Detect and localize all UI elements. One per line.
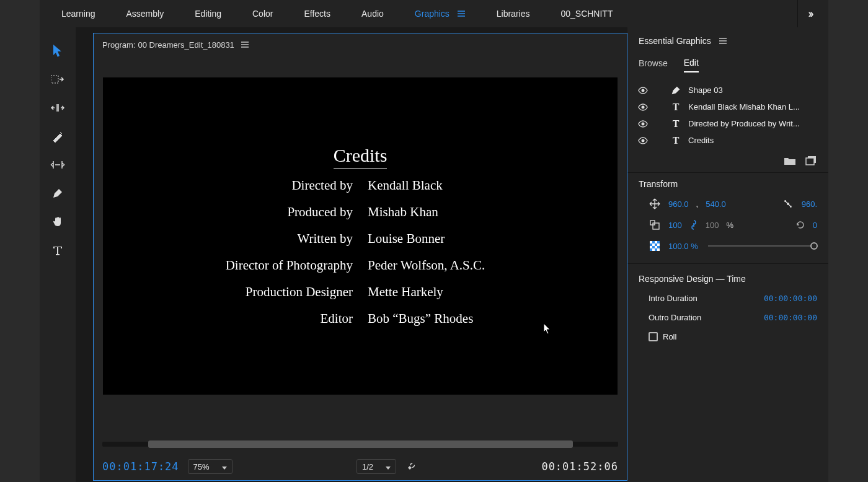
workspace-tab-effects[interactable]: Effects bbox=[288, 0, 346, 27]
program-panel-header: Program: 00 Dreamers_Edit_180831 bbox=[94, 33, 627, 56]
selection-tool[interactable] bbox=[48, 42, 67, 59]
visibility-eye-icon[interactable] bbox=[637, 135, 649, 146]
settings-wrench-icon[interactable] bbox=[405, 460, 417, 473]
eg-tab-browse[interactable]: Browse bbox=[639, 58, 668, 72]
layer-row-text[interactable]: T Directed by Produced by Writ... bbox=[634, 115, 822, 132]
workspace-tab-audio[interactable]: Audio bbox=[346, 0, 399, 27]
roll-checkbox[interactable] bbox=[649, 332, 658, 341]
outro-duration-value[interactable]: 00:00:00:00 bbox=[764, 313, 817, 322]
duration-timecode[interactable]: 00:01:52:06 bbox=[541, 460, 618, 473]
credit-role: Produced by bbox=[167, 204, 353, 220]
essential-graphics-panel: Essential Graphics Browse Edit Shape 03 … bbox=[627, 27, 828, 482]
svg-rect-18 bbox=[657, 248, 660, 251]
credit-row: Editor Bob “Bugs” Rhodes bbox=[167, 311, 554, 326]
opacity-row: 100.0 % bbox=[639, 240, 817, 252]
scale-width[interactable]: 100 bbox=[668, 221, 682, 230]
scrub-thumb[interactable] bbox=[148, 440, 573, 448]
layer-label: Shape 03 bbox=[688, 85, 818, 95]
panel-menu-icon[interactable] bbox=[719, 37, 727, 45]
program-monitor-panel: Program: 00 Dreamers_Edit_180831 Credits… bbox=[93, 33, 627, 481]
link-scale-icon[interactable] bbox=[689, 219, 698, 230]
layer-actions bbox=[627, 149, 828, 169]
layer-label: Credits bbox=[688, 136, 818, 145]
reset-rotation-icon[interactable] bbox=[795, 220, 805, 230]
timeline-scrubber[interactable] bbox=[94, 442, 627, 453]
workspace-tab-learning[interactable]: Learning bbox=[46, 0, 111, 27]
pen-tool[interactable] bbox=[48, 185, 67, 202]
current-timecode[interactable]: 00:01:17:24 bbox=[102, 460, 179, 473]
visibility-eye-icon[interactable] bbox=[637, 118, 649, 129]
roll-checkbox-row: Roll bbox=[639, 332, 817, 341]
text-layer-icon: T bbox=[670, 118, 682, 130]
credit-row: Produced by Mishab Khan bbox=[167, 204, 554, 220]
credit-role: Written by bbox=[167, 231, 353, 247]
layer-row-text[interactable]: T Kendall Black Mishab Khan L... bbox=[634, 99, 822, 115]
anchor-x[interactable]: 960. bbox=[802, 199, 817, 209]
layer-row-shape[interactable]: Shape 03 bbox=[634, 82, 822, 99]
layer-row-text[interactable]: T Credits bbox=[634, 132, 822, 149]
svg-point-1 bbox=[642, 89, 645, 92]
svg-point-3 bbox=[642, 122, 645, 125]
svg-rect-16 bbox=[655, 246, 657, 248]
chevron-down-icon bbox=[222, 462, 227, 471]
credit-role: Production Designer bbox=[167, 284, 353, 300]
workspace-tab-color[interactable]: Color bbox=[237, 0, 288, 27]
new-group-icon[interactable] bbox=[784, 155, 796, 166]
monitor-area[interactable]: Credits Directed by Kendall Black Produc… bbox=[94, 56, 627, 411]
workspace-tab-schnitt[interactable]: 00_SCHNITT bbox=[545, 0, 628, 27]
svg-rect-14 bbox=[657, 243, 660, 246]
zoom-dropdown[interactable]: 75% bbox=[188, 459, 232, 474]
hand-tool[interactable] bbox=[48, 213, 67, 230]
type-tool[interactable] bbox=[48, 242, 67, 259]
intro-duration-value[interactable]: 00:00:00:00 bbox=[764, 294, 817, 303]
transform-section: Transform 960.0 , 540.0 960. 100 100 % bbox=[627, 177, 828, 255]
track-select-tool[interactable] bbox=[48, 71, 67, 88]
workspace-overflow-button[interactable]: ›› bbox=[797, 0, 822, 27]
credit-name: Louise Bonner bbox=[368, 231, 554, 247]
credits-heading: Credits bbox=[334, 145, 388, 169]
credit-name: Kendall Black bbox=[368, 178, 554, 193]
svg-rect-13 bbox=[652, 243, 655, 246]
roll-label: Roll bbox=[663, 332, 676, 341]
eg-tabs: Browse Edit bbox=[627, 55, 828, 76]
shape-layer-icon bbox=[670, 84, 682, 97]
opacity-value[interactable]: 100.0 % bbox=[668, 242, 698, 251]
program-footer: 00:01:17:24 75% 1/2 00:01:52:06 bbox=[94, 453, 627, 480]
svg-rect-6 bbox=[806, 158, 814, 165]
svg-point-7 bbox=[787, 203, 789, 205]
resolution-value: 1/2 bbox=[362, 462, 373, 471]
slip-tool[interactable] bbox=[48, 156, 67, 173]
opacity-slider[interactable] bbox=[708, 245, 815, 247]
visibility-eye-icon[interactable] bbox=[637, 102, 649, 113]
workspace-tab-editing[interactable]: Editing bbox=[179, 0, 237, 27]
position-y[interactable]: 540.0 bbox=[706, 199, 726, 209]
position-x[interactable]: 960.0 bbox=[668, 199, 689, 209]
new-layer-icon[interactable] bbox=[805, 155, 817, 166]
credit-role: Director of Photography bbox=[167, 258, 353, 273]
svg-rect-17 bbox=[652, 248, 655, 251]
scrub-track[interactable] bbox=[102, 442, 618, 447]
workspace-tab-graphics[interactable]: Graphics bbox=[399, 0, 481, 27]
rotation-value[interactable]: 0 bbox=[813, 221, 817, 230]
svg-rect-0 bbox=[51, 76, 58, 83]
eg-tab-edit[interactable]: Edit bbox=[684, 58, 699, 72]
credit-row: Director of Photography Peder Wolfson, A… bbox=[167, 258, 554, 273]
hamburger-icon[interactable] bbox=[457, 9, 466, 18]
visibility-eye-icon[interactable] bbox=[637, 85, 649, 96]
razor-tool[interactable] bbox=[48, 128, 67, 145]
workspace-tab-libraries[interactable]: Libraries bbox=[481, 0, 546, 27]
resolution-dropdown[interactable]: 1/2 bbox=[356, 459, 396, 474]
video-frame[interactable]: Credits Directed by Kendall Black Produc… bbox=[103, 77, 618, 395]
right-gutter bbox=[828, 0, 868, 482]
position-row: 960.0 , 540.0 960. bbox=[639, 198, 817, 210]
transform-title: Transform bbox=[639, 179, 817, 189]
ripple-edit-tool[interactable] bbox=[48, 99, 67, 116]
position-icon bbox=[649, 198, 661, 210]
divider bbox=[627, 172, 828, 173]
opacity-slider-thumb[interactable] bbox=[810, 242, 818, 250]
credit-name: Mette Harkely bbox=[368, 284, 554, 300]
workspace-tab-assembly[interactable]: Assembly bbox=[111, 0, 180, 27]
panel-menu-icon[interactable] bbox=[241, 40, 249, 49]
zoom-value: 75% bbox=[193, 462, 210, 471]
anchor-icon bbox=[782, 198, 794, 210]
